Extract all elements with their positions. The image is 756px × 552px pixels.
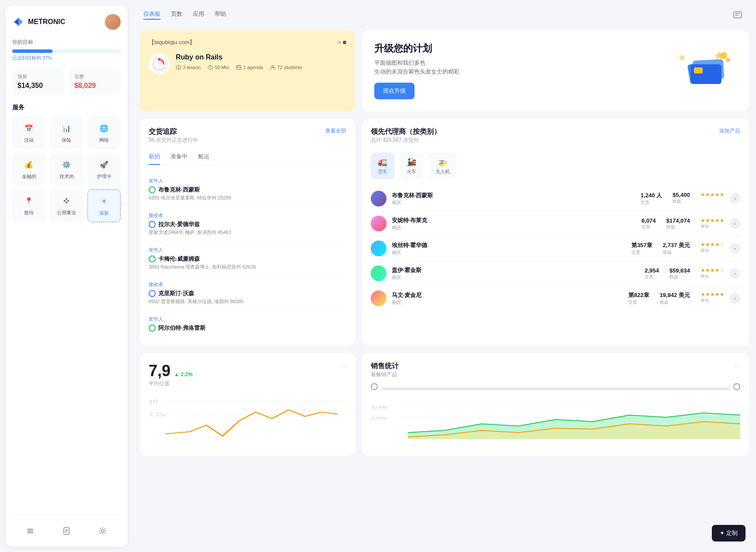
rating-sublabel: 平均位置: [149, 380, 193, 388]
service-tech[interactable]: ⚙️ 技术的: [50, 153, 83, 185]
rating-top: 7,9 ▲ 2.2% 平均位置 ···: [149, 362, 346, 393]
slider-right-handle[interactable]: [733, 383, 740, 390]
nursing-icon: 🚀: [98, 158, 110, 171]
file-icon[interactable]: [59, 524, 73, 538]
add-product-button[interactable]: 添加产品: [719, 127, 740, 135]
svg-text:7.75: 7.75: [149, 412, 165, 417]
slider-track[interactable]: [381, 388, 730, 390]
delivery-item-3: 接收者 克里斯汀·沃森 8502 普雷斯顿路, 英格尔伍德, 缅因州 98380: [149, 276, 346, 311]
nav-pages[interactable]: 页数: [171, 10, 182, 20]
service-nursing[interactable]: 🚀 护理卡: [87, 153, 121, 185]
cat-train[interactable]: 🚂 火车: [400, 153, 423, 179]
dealer-row-1: 安妮特·布莱克 南区 6,074 交货 $174,074 收益: [371, 211, 740, 236]
upgrade-title: 升级您的计划: [374, 42, 460, 55]
layers-icon[interactable]: [23, 524, 37, 538]
message-icon[interactable]: [730, 7, 746, 23]
delivery-name-0: 布鲁克林·西蒙斯: [149, 186, 346, 194]
dealer-arrow-3[interactable]: ›: [730, 268, 740, 279]
settings-icon[interactable]: [96, 524, 110, 538]
service-activity[interactable]: 📅 活动: [12, 117, 45, 149]
service-reception[interactable]: 📍 敖待: [12, 189, 45, 222]
dealer-row-3: 盖伊·霍金斯 南区 2,954 交货 $59,634 收益 ★: [371, 261, 740, 286]
goal-title: 你的目标: [12, 38, 121, 46]
dealer-region-4: 南区: [392, 299, 623, 306]
finance-icon: 💰: [23, 158, 35, 171]
course-meta: 3 lesson 50 Min 1 agenda: [176, 65, 302, 70]
dealer-region-1: 南区: [392, 224, 636, 231]
customize-button[interactable]: ✦ 定制: [712, 525, 746, 542]
sales-chart: 3,000 2,500: [371, 398, 740, 441]
dealer-info-4: 马文·麦金尼 南区: [392, 291, 623, 306]
dealer-region-0: 南区: [392, 199, 635, 206]
upgrade-card: 升级您的计划 平面插图和我们多色 生动的未混合紫色头发女士的精彩 现在升级: [362, 30, 749, 112]
dealer-info-1: 安妮特·布莱克 南区: [392, 217, 636, 231]
service-add[interactable]: + 添新: [87, 189, 121, 222]
dealer-arrow-0[interactable]: ›: [730, 193, 740, 204]
sales-more-icon[interactable]: ···: [735, 362, 740, 370]
stat-rating-0: ★★★★★: [700, 192, 725, 206]
dealer-row-2: 埃丝特·霍华德 南区 第357章 交货 2,737 美元 收益: [371, 236, 740, 261]
top-nav: 仪表板 页数 应用 帮助: [143, 10, 226, 20]
service-network[interactable]: 🌐 网络: [87, 117, 121, 149]
dealer-info-3: 盖伊·霍金斯 南区: [392, 266, 640, 281]
dealer-arrow-4[interactable]: ›: [730, 293, 740, 304]
stat-revenue-2: 2,737 美元 收益: [663, 241, 690, 255]
delivery-addr-3: 8502 普雷斯顿路, 英格尔伍德, 缅因州 98380: [149, 298, 346, 305]
upgrade-desc: 平面插图和我们多色 生动的未混合紫色头发女士的精彩: [374, 59, 460, 76]
slider-left-handle[interactable]: [371, 383, 378, 390]
stat-rating-2: ★★★★☆ 评分: [700, 241, 725, 255]
stat-rating-3: ★★★★☆ 评分: [700, 267, 725, 280]
tab-preparing[interactable]: 准备中: [171, 153, 188, 165]
upgrade-button[interactable]: 现在升级: [374, 83, 415, 99]
services-grid: 📅 活动 📊 保险 🌐 网络 💰 金融的 ⚙️ 技术的 🚀 护理卡 📍 敖待: [12, 117, 121, 222]
tab-shipping[interactable]: 船运: [198, 153, 209, 165]
topbar-right: [730, 7, 746, 23]
nav-apps[interactable]: 应用: [193, 10, 204, 20]
meta-lessons: 3 lesson: [176, 65, 201, 70]
cat-truck[interactable]: 🚛 货车: [371, 153, 394, 179]
dealer-stats-2: 第357章 交货 2,737 美元 收益 ★★★★☆ 评分: [631, 241, 725, 255]
tracking-header: 交货追踪 56 次交付正在进行中 查看全部: [149, 127, 346, 151]
dealers-title-group: 领先代理商（按类别） 总计 424,567 次交付: [371, 127, 441, 151]
svg-rect-12: [734, 12, 742, 18]
dealers-subtitle: 总计 424,567 次交付: [371, 136, 441, 144]
service-public[interactable]: 公用事业: [50, 189, 83, 222]
delivery-item-1: 接收者 拉尔夫·爱德华兹 星家大道2464号 梅萨, 新泽西州 45463: [149, 207, 346, 241]
delivery-role-4: 发件人: [149, 316, 346, 322]
user-avatar[interactable]: [105, 14, 121, 30]
tracking-card: 交货追踪 56 次交付正在进行中 查看全部 新的 准备中 船运 发件人 布鲁克林…: [140, 119, 355, 346]
dealer-name-2: 埃丝特·霍华德: [392, 241, 626, 249]
svg-point-3: [66, 202, 67, 203]
svg-point-25: [679, 55, 685, 60]
stat-rating-4: ★★★★★ 评分: [700, 291, 725, 305]
tab-new[interactable]: 新的: [149, 153, 160, 165]
service-insurance[interactable]: 📊 保险: [50, 117, 83, 149]
logo-text: METRONIC: [28, 18, 65, 26]
delivery-name-3: 克里斯汀·沃森: [149, 290, 346, 297]
nav-help[interactable]: 帮助: [215, 10, 226, 20]
rating-more-icon[interactable]: ···: [340, 362, 346, 370]
view-all-button[interactable]: 查看全部: [325, 127, 346, 135]
dealer-avatar-4: [371, 290, 387, 306]
slider-row: [371, 385, 740, 392]
rating-big: 7,9 ▲ 2.2%: [149, 362, 193, 380]
budget-row: 预算 $14,350 花费 $8,029: [12, 68, 121, 95]
course-card-header: 【biqubiqiu.com】: [149, 38, 346, 46]
service-tech-label: 技术的: [59, 173, 74, 180]
service-finance[interactable]: 💰 金融的: [12, 153, 45, 185]
stat-revenue-4: 19,842 美元 收益: [660, 291, 690, 305]
nav-dashboard[interactable]: 仪表板: [143, 10, 160, 20]
cat-drone[interactable]: 🚁 无人机: [429, 153, 457, 179]
upgrade-illustration: [676, 49, 737, 93]
stars-1: ★★★★★: [700, 217, 725, 224]
svg-rect-22: [694, 67, 703, 73]
dealer-arrow-2[interactable]: ›: [730, 243, 740, 254]
row-3: 7,9 ▲ 2.2% 平均位置 ··· 10 7.75: [140, 353, 749, 456]
delivery-addr-1: 星家大道2464号 梅萨, 新泽西州 45463: [149, 229, 346, 236]
dealer-row-4: 马文·麦金尼 南区 第822章 交货 19,842 美元 收益: [371, 286, 740, 311]
dot-2: [343, 41, 346, 44]
sidebar-footer: [12, 515, 121, 538]
expense-card: 花费 $8,029: [69, 68, 121, 95]
dealer-arrow-1[interactable]: ›: [730, 218, 740, 229]
sender-circle-2: [149, 255, 156, 262]
